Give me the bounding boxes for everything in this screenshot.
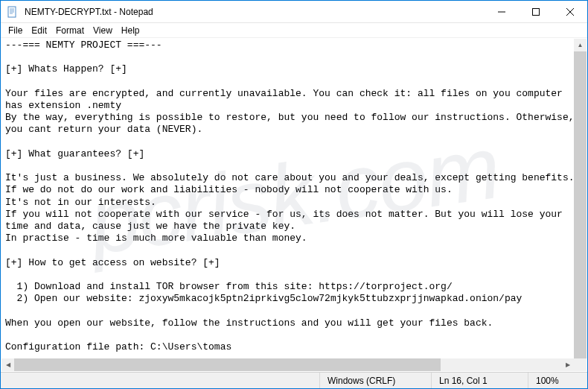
menu-edit[interactable]: Edit (27, 25, 51, 37)
status-zoom: 100% (528, 373, 587, 388)
menu-file[interactable]: File (4, 25, 27, 37)
scrollbar-corner (574, 358, 587, 371)
statusbar: Windows (CRLF) Ln 16, Col 1 100% (1, 372, 587, 388)
menu-format[interactable]: Format (51, 25, 89, 37)
scroll-thumb-v[interactable] (574, 51, 587, 358)
scroll-track-h[interactable] (14, 358, 561, 371)
app-icon (7, 6, 19, 18)
vertical-scrollbar[interactable]: ▲ ▼ (574, 39, 587, 371)
scroll-right-icon[interactable]: ▶ (561, 358, 574, 371)
scroll-thumb-h[interactable] (14, 358, 441, 371)
window-controls (485, 1, 587, 23)
notepad-window: NEMTY-DECRYPT.txt - Notepad File Edit Fo… (0, 0, 588, 389)
menubar: File Edit Format View Help (1, 23, 587, 38)
menu-help[interactable]: Help (117, 25, 144, 37)
status-position: Ln 16, Col 1 (431, 373, 528, 388)
maximize-button[interactable] (519, 1, 553, 23)
scroll-up-icon[interactable]: ▲ (574, 39, 587, 51)
menu-view[interactable]: View (89, 25, 117, 37)
close-button[interactable] (553, 1, 587, 23)
status-encoding: Windows (CRLF) (319, 373, 431, 388)
horizontal-scrollbar[interactable]: ◀ ▶ (1, 358, 574, 371)
minimize-button[interactable] (485, 1, 519, 23)
titlebar: NEMTY-DECRYPT.txt - Notepad (1, 1, 587, 23)
window-title: NEMTY-DECRYPT.txt - Notepad (23, 1, 485, 23)
svg-rect-6 (533, 8, 540, 15)
scroll-track-v[interactable] (574, 51, 587, 358)
scroll-left-icon[interactable]: ◀ (1, 358, 14, 371)
text-area[interactable]: ---=== NEMTY PROJECT ===--- [+] Whats Ha… (1, 38, 587, 372)
